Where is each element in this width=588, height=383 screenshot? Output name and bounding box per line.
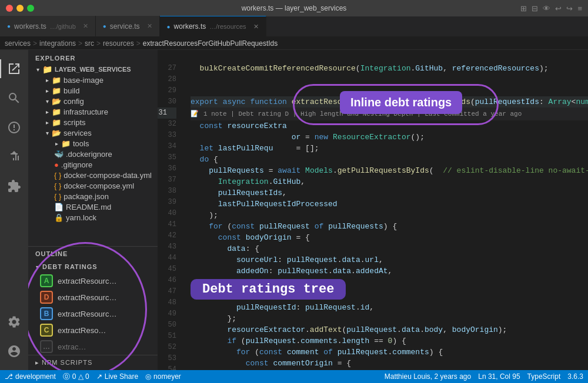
sidebar-label: package.json: [61, 192, 109, 201]
close-icon[interactable]: ✕: [253, 23, 259, 31]
chevron-right-icon: ▸: [42, 117, 52, 127]
sidebar-item-services[interactable]: ▾ 📂 services: [28, 127, 158, 138]
tab-workers-resources[interactable]: ● workers.ts …/resources ✕: [160, 16, 266, 36]
sidebar-item-config[interactable]: ▾ 📂 config: [28, 96, 158, 106]
folder-icon: 📁: [52, 118, 61, 127]
file-icon: 🐳: [54, 150, 64, 159]
sidebar-item-yarn-lock[interactable]: 🔒 yarn.lock: [28, 212, 158, 223]
npm-scripts-section[interactable]: ▸ NPM SCRIPTS: [28, 355, 158, 370]
sidebar-label: README.md: [64, 203, 111, 211]
debt-label: extractReso…: [58, 326, 106, 335]
file-icon: { }: [54, 171, 61, 180]
tab-service-ts[interactable]: ● service.ts ✕: [96, 16, 160, 36]
line-numbers: 27 28 29 30 31 32 33 34 35 36 37 38 39 4…: [158, 63, 186, 370]
chevron-down-icon: ▾: [42, 96, 52, 106]
tab-workers-github[interactable]: ● workers.ts …/github ✕: [0, 16, 96, 36]
branch-indicator[interactable]: ⎇ development: [5, 372, 56, 381]
language-mode[interactable]: TypeScript: [527, 372, 561, 381]
debt-item-c[interactable]: C extractReso…: [28, 322, 158, 338]
sidebar-label: config: [61, 97, 84, 106]
close-icon[interactable]: ✕: [83, 22, 88, 30]
sidebar-tree: ▾ 📁 LAYER_WEB_SERVICES ▸ 📁 base-image ▸ …: [28, 64, 158, 246]
sidebar: EXPLORER ▾ 📁 LAYER_WEB_SERVICES ▸ 📁 base…: [28, 50, 158, 370]
debt-item-d[interactable]: D extractResourc…: [28, 289, 158, 305]
grid-icon[interactable]: ⊞: [520, 4, 527, 13]
sidebar-label: scripts: [61, 118, 86, 127]
back-icon[interactable]: ↩: [555, 4, 562, 13]
traffic-light-green[interactable]: [27, 5, 34, 12]
chevron-right-icon: ▸: [42, 107, 52, 116]
activity-git[interactable]: [0, 113, 28, 142]
file-icon: 🔒: [54, 213, 64, 222]
debt-item-extract[interactable]: … extrac…: [28, 338, 158, 355]
debt-badge-placeholder: …: [40, 340, 53, 353]
sidebar-label: .gitignore: [59, 160, 92, 169]
sidebar-label: docker-compose-data.yml: [61, 171, 152, 180]
sidebar-root[interactable]: ▾ 📁 LAYER_WEB_SERVICES: [28, 64, 158, 75]
debt-ratings-header: ▾ DEBT RATINGS: [28, 261, 158, 273]
folder-icon: 📁: [52, 107, 61, 116]
sidebar-label: tools: [71, 139, 89, 148]
title-bar-actions: ⊞ ⊟ 👁 ↩ ↪ ≡: [520, 4, 582, 13]
blame-text: Matthieu Louis, 2 years ago: [385, 372, 471, 381]
chevron-down-icon: ▾: [33, 65, 42, 74]
sidebar-label: base-image: [61, 76, 103, 85]
sidebar-label: build: [61, 86, 79, 95]
git-blame: Matthieu Louis, 2 years ago: [385, 372, 471, 381]
menu-icon[interactable]: ≡: [577, 4, 582, 13]
sidebar-item-readme[interactable]: 📄 README.md: [28, 201, 158, 212]
cursor-position[interactable]: Ln 31, Col 95: [478, 372, 520, 381]
chevron-right-icon: ▸: [42, 86, 52, 95]
debt-label: extractResourc…: [58, 293, 116, 302]
sidebar-label: services: [61, 129, 92, 137]
file-icon: { }: [54, 192, 61, 201]
user-indicator[interactable]: ◎ nomeyer: [145, 372, 181, 381]
tab-bar: ● workers.ts …/github ✕ ● service.ts ✕ ●…: [0, 16, 588, 37]
sidebar-item-build[interactable]: ▸ 📁 build: [28, 85, 158, 96]
debt-label: extractResourc…: [58, 277, 116, 285]
file-icon: ●: [54, 160, 59, 169]
folder-icon: 📁: [42, 65, 52, 74]
sidebar-item-docker-compose-data[interactable]: { } docker-compose-data.yml: [28, 170, 158, 180]
folder-open-icon: 📂: [52, 129, 61, 137]
branch-name: development: [15, 372, 56, 381]
activity-search[interactable]: [0, 84, 28, 112]
activity-extensions[interactable]: [0, 172, 28, 200]
sidebar-item-gitignore[interactable]: ● .gitignore: [28, 159, 158, 170]
traffic-light-red[interactable]: [6, 5, 13, 12]
username: nomeyer: [153, 372, 181, 381]
folder-icon: 📁: [52, 76, 61, 85]
activity-settings[interactable]: [0, 308, 28, 336]
sidebar-item-infrastructure[interactable]: ▸ 📁 infrastructure: [28, 106, 158, 117]
close-icon[interactable]: ✕: [147, 22, 152, 30]
status-bar: ⎇ development ⓪ 0 △ 0 ↗ Live Share ◎ nom…: [0, 370, 588, 383]
traffic-light-yellow[interactable]: [16, 5, 24, 12]
split-icon[interactable]: ⊟: [532, 4, 538, 13]
sidebar-item-dockerignore[interactable]: 🐳 .dockerignore: [28, 149, 158, 159]
status-bar-right: Matthieu Louis, 2 years ago Ln 31, Col 9…: [385, 372, 583, 381]
activity-explorer[interactable]: [0, 55, 28, 83]
sync-status: 0 △ 0: [72, 372, 89, 381]
activity-account[interactable]: [0, 337, 28, 365]
sync-icon: ⓪: [63, 372, 70, 382]
chevron-right-icon: ▸: [52, 139, 61, 148]
breadcrumb: services > integrations > src > resource…: [0, 37, 588, 50]
live-share-button[interactable]: ↗ Live Share: [96, 372, 138, 381]
sidebar-item-package-json[interactable]: { } package.json: [28, 191, 158, 201]
outline-section: OUTLINE ▾ DEBT RATINGS A extractResourc……: [28, 246, 158, 355]
activity-bar: [0, 50, 28, 370]
sync-indicator[interactable]: ⓪ 0 △ 0: [63, 372, 89, 382]
debt-item-a[interactable]: A extractResourc…: [28, 273, 158, 289]
sidebar-item-base-image[interactable]: ▸ 📁 base-image: [28, 75, 158, 85]
activity-debug[interactable]: [0, 143, 28, 171]
debt-item-b[interactable]: B extractResourc…: [28, 305, 158, 322]
sidebar-item-docker-compose[interactable]: { } docker-compose.yml: [28, 180, 158, 191]
folder-icon: 📁: [52, 86, 61, 95]
forward-icon[interactable]: ↪: [566, 4, 573, 13]
debt-badge-d: D: [40, 291, 53, 304]
traffic-lights: [6, 5, 34, 12]
sidebar-item-scripts[interactable]: ▸ 📁 scripts: [28, 117, 158, 127]
file-icon: 📄: [54, 203, 64, 211]
sidebar-item-tools[interactable]: ▸ 📁 tools: [28, 138, 158, 149]
eye-icon[interactable]: 👁: [543, 4, 550, 13]
